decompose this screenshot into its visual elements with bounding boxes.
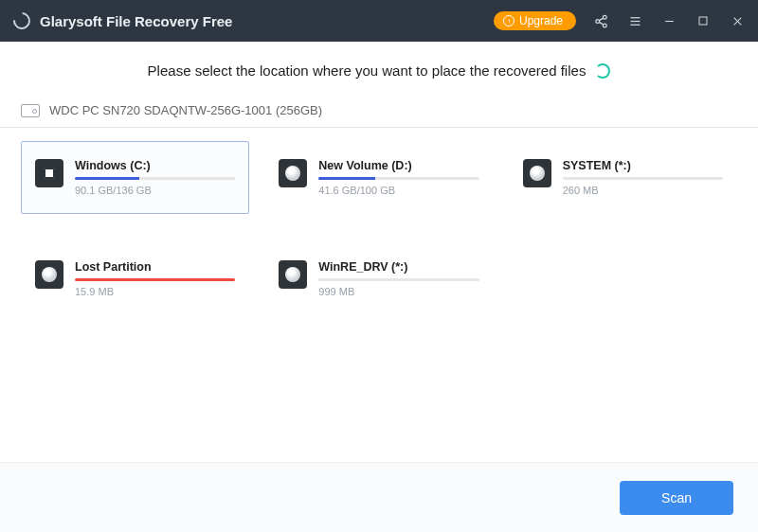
usage-bar	[318, 278, 478, 281]
drive-icon	[279, 260, 307, 289]
refresh-icon[interactable]	[595, 63, 610, 79]
upgrade-label: Upgrade	[519, 14, 563, 27]
share-icon[interactable]	[593, 13, 608, 28]
maximize-button[interactable]	[695, 13, 711, 28]
drive-info: Windows (C:) 90.1 GB/136 GB	[75, 159, 235, 196]
drive-icon	[523, 159, 551, 187]
svg-rect-7	[699, 17, 707, 25]
app-logo-icon	[9, 9, 33, 32]
drive-info: Lost Partition 15.9 MB	[75, 260, 235, 297]
drive-card[interactable]: Windows (C:) 90.1 GB/136 GB	[21, 141, 249, 214]
drives-grid: Windows (C:) 90.1 GB/136 GB New Volume (…	[0, 128, 758, 328]
drive-name: Windows (C:)	[75, 159, 235, 172]
disk-header: WDC PC SN720 SDAQNTW-256G-1001 (256GB)	[0, 96, 758, 128]
drive-icon	[279, 159, 307, 187]
upgrade-button[interactable]: ↑ Upgrade	[494, 11, 576, 30]
svg-point-0	[603, 15, 606, 19]
footer: Scan	[0, 462, 758, 532]
titlebar: Glarysoft File Recovery Free ↑ Upgrade	[0, 0, 758, 42]
drive-name: New Volume (D:)	[318, 159, 478, 172]
drive-size: 90.1 GB/136 GB	[75, 185, 235, 196]
drive-name: Lost Partition	[75, 260, 235, 274]
disk-label: WDC PC SN720 SDAQNTW-256G-1001 (256GB)	[49, 103, 322, 117]
minimize-button[interactable]	[661, 13, 677, 28]
drive-card[interactable]: SYSTEM (*:) 260 MB	[509, 141, 737, 214]
usage-bar	[563, 177, 723, 180]
drive-card[interactable]: New Volume (D:) 41.6 GB/100 GB	[264, 141, 493, 214]
drive-info: SYSTEM (*:) 260 MB	[563, 159, 723, 196]
app-title: Glarysoft File Recovery Free	[40, 13, 232, 29]
drive-name: SYSTEM (*:)	[563, 159, 723, 172]
drive-size: 15.9 MB	[75, 286, 235, 297]
usage-bar	[75, 278, 235, 281]
svg-point-1	[595, 19, 599, 23]
drive-icon	[35, 260, 63, 289]
usage-bar	[75, 177, 235, 180]
instruction-row: Please select the location where you wan…	[0, 42, 758, 96]
svg-point-2	[603, 24, 606, 27]
drive-info: WinRE_DRV (*:) 999 MB	[318, 260, 478, 297]
menu-icon[interactable]	[627, 13, 642, 28]
drive-card[interactable]: Lost Partition 15.9 MB	[21, 242, 249, 315]
instruction-text: Please select the location where you wan…	[148, 62, 587, 79]
drive-size: 41.6 GB/100 GB	[318, 185, 478, 196]
scan-button[interactable]: Scan	[620, 481, 733, 515]
usage-bar	[318, 177, 478, 180]
upgrade-arrow-icon: ↑	[503, 15, 514, 27]
drive-icon	[35, 159, 63, 187]
drive-name: WinRE_DRV (*:)	[318, 260, 478, 274]
drive-size: 999 MB	[318, 286, 478, 297]
drive-card[interactable]: WinRE_DRV (*:) 999 MB	[264, 242, 493, 315]
close-button[interactable]	[730, 13, 745, 28]
hdd-icon	[21, 104, 40, 117]
drive-size: 260 MB	[563, 185, 723, 196]
drive-info: New Volume (D:) 41.6 GB/100 GB	[318, 159, 478, 196]
scan-label: Scan	[661, 490, 692, 505]
